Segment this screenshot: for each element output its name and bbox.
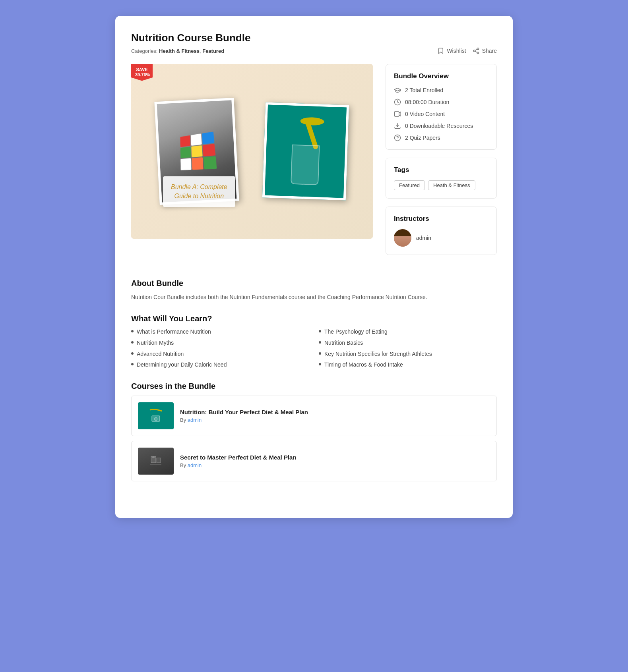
tag-featured[interactable]: Featured: [394, 180, 425, 190]
learn-item-label-5: The Psychology of Eating: [324, 328, 388, 336]
graduation-icon: [394, 87, 401, 94]
bullet-5: [319, 330, 321, 332]
course-card-2[interactable]: Secret to Master Perfect Diet & Meal Pla…: [131, 441, 497, 481]
learn-list: What is Performance Nutrition The Psycho…: [131, 328, 497, 369]
svg-point-2: [477, 52, 479, 54]
cube-cell-4: [180, 147, 190, 158]
svg-rect-6: [395, 112, 399, 116]
video-icon: [394, 110, 401, 118]
cube-cell-2: [190, 133, 202, 145]
bookmark-icon: [437, 47, 444, 54]
courses-heading: Courses in the Bundle: [131, 382, 497, 391]
learn-item-1: What is Performance Nutrition: [131, 328, 309, 336]
page-title: Nutrition Course Bundle: [131, 32, 497, 44]
course-title-2: Secret to Master Perfect Diet & Meal Pla…: [180, 454, 490, 461]
stat-enrolled: 2 Total Enrolled: [394, 87, 488, 94]
instructor-name[interactable]: admin: [416, 235, 431, 241]
share-icon: [473, 47, 480, 54]
svg-point-15: [152, 456, 155, 458]
svg-line-3: [475, 51, 477, 52]
cube-cell-6: [203, 144, 215, 156]
course-thumb-1: [138, 402, 174, 429]
avatar-face: [394, 229, 411, 247]
course-author-1[interactable]: admin: [188, 417, 202, 423]
liquid-pour: [265, 105, 347, 198]
categories-label: Categories:: [131, 48, 157, 54]
course-thumb-2: [138, 448, 174, 475]
save-badge: SAVE39.76%: [131, 64, 153, 81]
bundle-overview-section: Bundle Overview 2 Total Enrolled 08:00:0…: [386, 64, 497, 150]
liquid-splash: [300, 117, 324, 126]
course-thumb-1-icon: [148, 408, 164, 424]
rubik-cube: [180, 132, 217, 170]
page-container: Nutrition Course Bundle Categories: Heal…: [115, 16, 513, 518]
tags-section: Tags Featured Heath & Fitness: [386, 158, 497, 199]
svg-point-0: [477, 48, 479, 50]
bullet-8: [319, 363, 321, 365]
hero-text-card: Bundle A: CompleteGuide to Nutrition: [163, 176, 235, 207]
learn-item-label-1: What is Performance Nutrition: [137, 328, 211, 336]
tags-title: Tags: [394, 166, 488, 174]
instructors-section: Instructors admin: [386, 207, 497, 255]
categories-row: Categories: Health & Fitness, Featured W…: [131, 47, 497, 54]
cube-cell-5: [191, 145, 202, 157]
hero-image: Bundle A: CompleteGuide to Nutrition: [131, 64, 373, 239]
courses-list: Nutrition: Build Your Perfect Diet & Mea…: [131, 396, 497, 481]
learn-item-label-8: Timing of Macros & Food Intake: [324, 361, 403, 369]
learn-item-5: The Psychology of Eating: [319, 328, 497, 336]
learn-item-2: Nutrition Myths: [131, 339, 309, 347]
tag-heath-fitness[interactable]: Heath & Fitness: [428, 180, 475, 190]
course-title-1: Nutrition: Build Your Perfect Diet & Mea…: [180, 409, 490, 415]
learn-item-4: Determining your Daily Caloric Need: [131, 361, 309, 369]
bullet-2: [131, 341, 134, 344]
svg-line-4: [475, 49, 477, 50]
tags-container: Featured Heath & Fitness: [394, 180, 488, 190]
svg-point-1: [473, 50, 475, 52]
about-section: About Bundle Nutrition Cour Bundle inclu…: [131, 279, 497, 301]
stat-downloads-label: 0 Downloadable Resources: [405, 123, 473, 129]
bullet-6: [319, 341, 321, 344]
hero-image-inner: Bundle A: CompleteGuide to Nutrition: [131, 64, 373, 239]
course-by-2: By admin: [180, 462, 490, 468]
category-featured[interactable]: Featured: [202, 48, 224, 54]
course-by-1: By admin: [180, 417, 490, 423]
instructors-title: Instructors: [394, 215, 488, 223]
bullet-1: [131, 330, 134, 332]
bullet-3: [131, 352, 134, 355]
cube-cell-3: [202, 132, 214, 145]
stat-video: 0 Video Content: [394, 110, 488, 118]
hero-card-text: Bundle A: CompleteGuide to Nutrition: [171, 183, 227, 201]
sidebar: Bundle Overview 2 Total Enrolled 08:00:0…: [386, 64, 497, 263]
category-health[interactable]: Health & Fitness: [159, 48, 200, 54]
stat-duration-label: 08:00:00 Duration: [405, 99, 449, 105]
course-info-1: Nutrition: Build Your Perfect Diet & Mea…: [180, 409, 490, 423]
wishlist-label: Wishlist: [447, 48, 466, 54]
stat-quiz: 2 Quiz Papers: [394, 134, 488, 141]
about-text: Nutrition Cour Bundle includes both the …: [131, 293, 497, 301]
quiz-icon: [394, 134, 401, 141]
learn-item-label-4: Determining your Daily Caloric Need: [137, 361, 227, 369]
avatar-hair: [394, 229, 411, 236]
wishlist-button[interactable]: Wishlist: [437, 47, 466, 54]
clock-icon: [394, 98, 401, 106]
learn-item-label-3: Advanced Nutrition: [137, 350, 184, 358]
main-layout: SAVE39.76%: [131, 64, 497, 263]
cube-cell-7: [180, 158, 191, 170]
bundle-overview-title: Bundle Overview: [394, 72, 488, 80]
action-buttons: Wishlist Share: [437, 47, 497, 54]
share-button[interactable]: Share: [473, 47, 497, 54]
svg-point-12: [154, 417, 157, 421]
liquid-glass: [291, 145, 320, 185]
course-card-1[interactable]: Nutrition: Build Your Perfect Diet & Mea…: [131, 396, 497, 436]
course-info-2: Secret to Master Perfect Diet & Meal Pla…: [180, 454, 490, 468]
course-author-2[interactable]: admin: [188, 462, 202, 468]
svg-marker-7: [399, 112, 401, 116]
learn-item-7: Key Nutrition Specifics for Strength Ath…: [319, 350, 497, 358]
share-label: Share: [482, 48, 497, 54]
learn-item-label-7: Key Nutrition Specifics for Strength Ath…: [324, 350, 432, 358]
hero-section: SAVE39.76%: [131, 64, 373, 263]
cube-cell-8: [192, 157, 204, 170]
cube-cell-1: [180, 135, 190, 147]
learn-item-label-2: Nutrition Myths: [137, 339, 174, 347]
cube-cell-9: [204, 156, 217, 170]
